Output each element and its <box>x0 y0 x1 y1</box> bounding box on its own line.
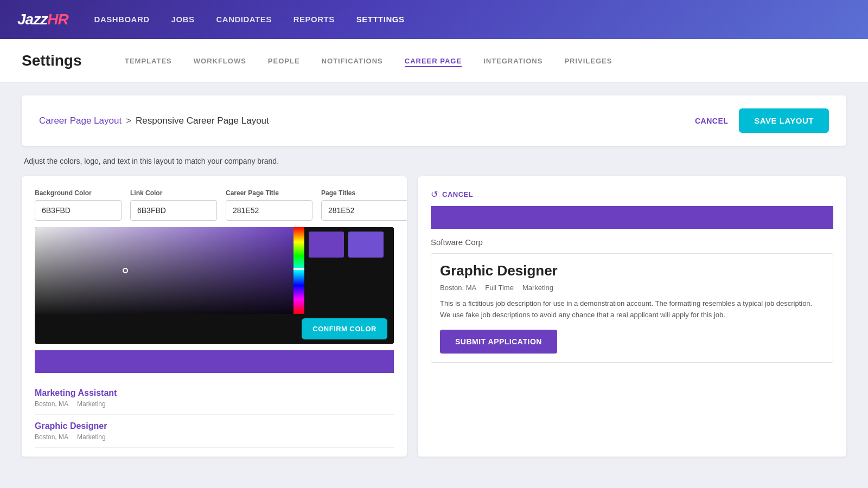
page-titles-label: Page Titles <box>321 189 407 197</box>
tab-templates[interactable]: TEMPLATES <box>125 57 172 65</box>
list-item: Marketing Assistant Boston, MA Marketing <box>35 382 394 415</box>
save-layout-button[interactable]: SAVE LAYOUT <box>739 108 829 133</box>
job-title-graphic-designer: Graphic Designer <box>35 421 394 431</box>
color-gradient-canvas[interactable] <box>35 227 293 314</box>
color-inputs-row: Background Color Link Color Career Page … <box>35 189 394 221</box>
background-color-label: Background Color <box>35 189 122 197</box>
link-color-input[interactable] <box>130 200 217 221</box>
color-picker-main <box>35 227 394 314</box>
career-page-title-field: Career Page Title <box>226 189 312 221</box>
submit-application-button[interactable]: SUBMIT APPLICATION <box>440 330 557 354</box>
cancel-link[interactable]: CANCEL <box>695 117 728 125</box>
nav-settings[interactable]: SETTTINGS <box>356 15 405 24</box>
detail-department: Marketing <box>522 284 553 292</box>
detail-location: Boston, MA <box>440 284 476 292</box>
left-preview-header-bar <box>35 350 394 373</box>
job-list-preview: Marketing Assistant Boston, MA Marketing… <box>22 373 407 457</box>
list-item: Graphic Designer Boston, MA Marketing <box>35 415 394 448</box>
career-page-title-input[interactable] <box>226 200 312 221</box>
top-navigation: JazzHR DASHBOARD JOBS CANDIDATES REPORTS… <box>0 0 868 39</box>
settings-title: Settings <box>22 52 92 69</box>
job-description: This is a fictitious job description for… <box>440 298 824 321</box>
link-color-label: Link Color <box>130 189 217 197</box>
reset-icon: ↺ <box>431 189 438 200</box>
tab-privileges[interactable]: PRIVILEGES <box>564 57 612 65</box>
hue-handle <box>293 268 304 270</box>
background-color-field: Background Color <box>35 189 122 221</box>
settings-nav: TEMPLATES WORKFLOWS PEOPLE NOTIFICATIONS… <box>125 56 612 66</box>
confirm-color-button[interactable]: CONFIRM COLOR <box>302 318 387 339</box>
breadcrumb-current: Responsive Career Page Layout <box>136 115 269 126</box>
job-detail-title: Graphic Designer <box>440 262 824 279</box>
career-page-title-label: Career Page Title <box>226 189 312 197</box>
right-preview-body: Software Corp Graphic Designer Boston, M… <box>418 229 846 380</box>
right-preview-header-bar <box>431 206 833 229</box>
tab-career-page[interactable]: CAREER PAGE <box>405 57 462 67</box>
swatches-area <box>304 227 394 314</box>
job-title-marketing-assistant: Marketing Assistant <box>35 388 394 398</box>
breadcrumb-separator: > <box>126 115 131 126</box>
tab-people[interactable]: PEOPLE <box>268 57 300 65</box>
cancel-reset-row: ↺ CANCEL <box>418 176 846 200</box>
editor-area: Background Color Link Color Career Page … <box>22 176 846 457</box>
breadcrumb: Career Page Layout > Responsive Career P… <box>39 115 269 126</box>
picker-cursor <box>123 268 128 273</box>
logo[interactable]: JazzHR <box>17 11 68 28</box>
top-nav-links: DASHBOARD JOBS CANDIDATES REPORTS SETTTI… <box>94 15 405 24</box>
job-department-1: Marketing <box>77 433 106 441</box>
job-department-0: Marketing <box>77 400 106 408</box>
hue-bar[interactable] <box>293 227 304 314</box>
tab-integrations[interactable]: INTEGRATIONS <box>483 57 542 65</box>
breadcrumb-link[interactable]: Career Page Layout <box>39 115 122 126</box>
layout-header-card: Career Page Layout > Responsive Career P… <box>22 95 846 146</box>
cancel-reset-link[interactable]: CANCEL <box>442 190 473 198</box>
nav-jobs[interactable]: JOBS <box>171 15 195 24</box>
background-color-input[interactable] <box>35 200 122 221</box>
nav-candidates[interactable]: CANDIDATES <box>216 15 271 24</box>
color-picker-area: CONFIRM COLOR <box>35 227 394 344</box>
swatch-new <box>348 232 384 258</box>
main-content: Career Page Layout > Responsive Career P… <box>0 82 868 488</box>
tab-workflows[interactable]: WORKFLOWS <box>194 57 246 65</box>
swatch-current <box>309 232 344 258</box>
tab-notifications[interactable]: NOTIFICATIONS <box>322 57 383 65</box>
page-titles-input[interactable] <box>321 200 407 221</box>
job-detail-meta: Boston, MA Full Time Marketing <box>440 284 824 292</box>
company-name: Software Corp <box>431 237 833 247</box>
right-panel: ↺ CANCEL Software Corp Graphic Designer … <box>418 176 846 457</box>
page-titles-field: Page Titles <box>321 189 407 221</box>
logo-jazz: JazzHR <box>17 11 68 28</box>
picker-bottom-row: CONFIRM COLOR <box>35 314 394 344</box>
job-meta-marketing-assistant: Boston, MA Marketing <box>35 400 394 408</box>
nav-reports[interactable]: REPORTS <box>293 15 335 24</box>
job-location-1: Boston, MA <box>35 433 68 441</box>
settings-bar: Settings TEMPLATES WORKFLOWS PEOPLE NOTI… <box>0 39 868 82</box>
job-location-0: Boston, MA <box>35 400 68 408</box>
job-detail-card: Graphic Designer Boston, MA Full Time Ma… <box>431 253 833 363</box>
nav-dashboard[interactable]: DASHBOARD <box>94 15 150 24</box>
left-panel: Background Color Link Color Career Page … <box>22 176 407 457</box>
link-color-field: Link Color <box>130 189 217 221</box>
header-actions: CANCEL SAVE LAYOUT <box>695 108 829 133</box>
description-text: Adjust the colors, logo, and text in thi… <box>22 157 846 165</box>
job-meta-graphic-designer: Boston, MA Marketing <box>35 433 394 441</box>
color-controls: Background Color Link Color Career Page … <box>22 176 407 221</box>
detail-job-type: Full Time <box>485 284 514 292</box>
